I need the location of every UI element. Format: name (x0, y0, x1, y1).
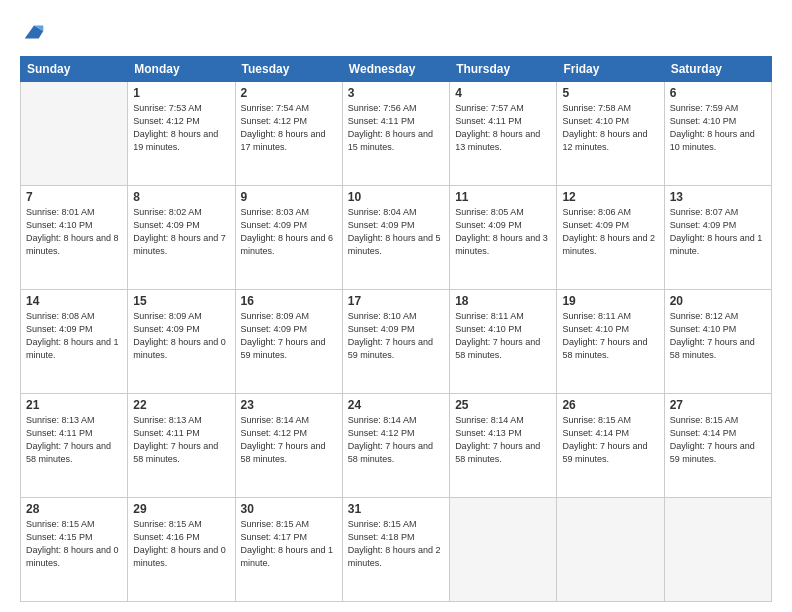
day-number: 8 (133, 190, 229, 204)
calendar-week-4: 21Sunrise: 8:13 AMSunset: 4:11 PMDayligh… (21, 394, 772, 498)
weekday-header-wednesday: Wednesday (342, 57, 449, 82)
day-number: 26 (562, 398, 658, 412)
calendar-cell: 12Sunrise: 8:06 AMSunset: 4:09 PMDayligh… (557, 186, 664, 290)
calendar-cell: 20Sunrise: 8:12 AMSunset: 4:10 PMDayligh… (664, 290, 771, 394)
weekday-header-monday: Monday (128, 57, 235, 82)
day-info: Sunrise: 8:05 AMSunset: 4:09 PMDaylight:… (455, 206, 551, 258)
calendar-cell: 31Sunrise: 8:15 AMSunset: 4:18 PMDayligh… (342, 498, 449, 602)
day-number: 12 (562, 190, 658, 204)
day-info: Sunrise: 8:07 AMSunset: 4:09 PMDaylight:… (670, 206, 766, 258)
day-number: 13 (670, 190, 766, 204)
day-info: Sunrise: 8:15 AMSunset: 4:17 PMDaylight:… (241, 518, 337, 570)
day-info: Sunrise: 7:56 AMSunset: 4:11 PMDaylight:… (348, 102, 444, 154)
calendar-cell: 21Sunrise: 8:13 AMSunset: 4:11 PMDayligh… (21, 394, 128, 498)
calendar-cell: 9Sunrise: 8:03 AMSunset: 4:09 PMDaylight… (235, 186, 342, 290)
calendar-cell: 6Sunrise: 7:59 AMSunset: 4:10 PMDaylight… (664, 82, 771, 186)
day-info: Sunrise: 8:14 AMSunset: 4:12 PMDaylight:… (241, 414, 337, 466)
calendar-cell (557, 498, 664, 602)
weekday-header-thursday: Thursday (450, 57, 557, 82)
day-number: 16 (241, 294, 337, 308)
day-number: 9 (241, 190, 337, 204)
day-number: 24 (348, 398, 444, 412)
day-number: 3 (348, 86, 444, 100)
calendar-cell: 15Sunrise: 8:09 AMSunset: 4:09 PMDayligh… (128, 290, 235, 394)
weekday-header-row: SundayMondayTuesdayWednesdayThursdayFrid… (21, 57, 772, 82)
day-info: Sunrise: 8:15 AMSunset: 4:18 PMDaylight:… (348, 518, 444, 570)
calendar-cell: 27Sunrise: 8:15 AMSunset: 4:14 PMDayligh… (664, 394, 771, 498)
day-info: Sunrise: 8:13 AMSunset: 4:11 PMDaylight:… (26, 414, 122, 466)
day-info: Sunrise: 8:11 AMSunset: 4:10 PMDaylight:… (455, 310, 551, 362)
day-info: Sunrise: 7:59 AMSunset: 4:10 PMDaylight:… (670, 102, 766, 154)
header (20, 18, 772, 46)
weekday-header-saturday: Saturday (664, 57, 771, 82)
calendar-cell: 11Sunrise: 8:05 AMSunset: 4:09 PMDayligh… (450, 186, 557, 290)
calendar-cell: 10Sunrise: 8:04 AMSunset: 4:09 PMDayligh… (342, 186, 449, 290)
day-number: 11 (455, 190, 551, 204)
day-number: 30 (241, 502, 337, 516)
calendar-week-1: 1Sunrise: 7:53 AMSunset: 4:12 PMDaylight… (21, 82, 772, 186)
calendar-week-2: 7Sunrise: 8:01 AMSunset: 4:10 PMDaylight… (21, 186, 772, 290)
day-info: Sunrise: 8:12 AMSunset: 4:10 PMDaylight:… (670, 310, 766, 362)
weekday-header-tuesday: Tuesday (235, 57, 342, 82)
day-info: Sunrise: 7:53 AMSunset: 4:12 PMDaylight:… (133, 102, 229, 154)
day-number: 4 (455, 86, 551, 100)
day-info: Sunrise: 8:09 AMSunset: 4:09 PMDaylight:… (133, 310, 229, 362)
day-info: Sunrise: 8:14 AMSunset: 4:12 PMDaylight:… (348, 414, 444, 466)
calendar-cell: 25Sunrise: 8:14 AMSunset: 4:13 PMDayligh… (450, 394, 557, 498)
day-info: Sunrise: 8:15 AMSunset: 4:15 PMDaylight:… (26, 518, 122, 570)
day-number: 18 (455, 294, 551, 308)
calendar-cell: 4Sunrise: 7:57 AMSunset: 4:11 PMDaylight… (450, 82, 557, 186)
day-info: Sunrise: 8:15 AMSunset: 4:14 PMDaylight:… (562, 414, 658, 466)
day-number: 20 (670, 294, 766, 308)
calendar-cell: 16Sunrise: 8:09 AMSunset: 4:09 PMDayligh… (235, 290, 342, 394)
calendar-cell: 1Sunrise: 7:53 AMSunset: 4:12 PMDaylight… (128, 82, 235, 186)
day-number: 19 (562, 294, 658, 308)
day-number: 6 (670, 86, 766, 100)
calendar-cell: 5Sunrise: 7:58 AMSunset: 4:10 PMDaylight… (557, 82, 664, 186)
day-number: 15 (133, 294, 229, 308)
calendar-cell (664, 498, 771, 602)
calendar-cell: 24Sunrise: 8:14 AMSunset: 4:12 PMDayligh… (342, 394, 449, 498)
day-info: Sunrise: 8:06 AMSunset: 4:09 PMDaylight:… (562, 206, 658, 258)
day-info: Sunrise: 8:11 AMSunset: 4:10 PMDaylight:… (562, 310, 658, 362)
day-info: Sunrise: 8:09 AMSunset: 4:09 PMDaylight:… (241, 310, 337, 362)
calendar-cell: 14Sunrise: 8:08 AMSunset: 4:09 PMDayligh… (21, 290, 128, 394)
day-number: 22 (133, 398, 229, 412)
calendar-cell: 23Sunrise: 8:14 AMSunset: 4:12 PMDayligh… (235, 394, 342, 498)
day-info: Sunrise: 8:10 AMSunset: 4:09 PMDaylight:… (348, 310, 444, 362)
calendar-cell: 2Sunrise: 7:54 AMSunset: 4:12 PMDaylight… (235, 82, 342, 186)
day-number: 31 (348, 502, 444, 516)
calendar-cell: 18Sunrise: 8:11 AMSunset: 4:10 PMDayligh… (450, 290, 557, 394)
calendar-week-5: 28Sunrise: 8:15 AMSunset: 4:15 PMDayligh… (21, 498, 772, 602)
calendar-cell: 26Sunrise: 8:15 AMSunset: 4:14 PMDayligh… (557, 394, 664, 498)
day-info: Sunrise: 8:04 AMSunset: 4:09 PMDaylight:… (348, 206, 444, 258)
day-info: Sunrise: 8:15 AMSunset: 4:14 PMDaylight:… (670, 414, 766, 466)
page: SundayMondayTuesdayWednesdayThursdayFrid… (0, 0, 792, 612)
day-number: 10 (348, 190, 444, 204)
calendar-cell (450, 498, 557, 602)
day-number: 2 (241, 86, 337, 100)
day-number: 21 (26, 398, 122, 412)
day-number: 1 (133, 86, 229, 100)
day-info: Sunrise: 7:57 AMSunset: 4:11 PMDaylight:… (455, 102, 551, 154)
day-number: 27 (670, 398, 766, 412)
day-number: 7 (26, 190, 122, 204)
day-number: 23 (241, 398, 337, 412)
logo-icon (20, 18, 48, 46)
logo (20, 18, 52, 46)
day-number: 28 (26, 502, 122, 516)
calendar-table: SundayMondayTuesdayWednesdayThursdayFrid… (20, 56, 772, 602)
calendar-cell: 17Sunrise: 8:10 AMSunset: 4:09 PMDayligh… (342, 290, 449, 394)
day-info: Sunrise: 7:54 AMSunset: 4:12 PMDaylight:… (241, 102, 337, 154)
calendar-cell: 19Sunrise: 8:11 AMSunset: 4:10 PMDayligh… (557, 290, 664, 394)
day-info: Sunrise: 8:14 AMSunset: 4:13 PMDaylight:… (455, 414, 551, 466)
weekday-header-sunday: Sunday (21, 57, 128, 82)
calendar-cell: 28Sunrise: 8:15 AMSunset: 4:15 PMDayligh… (21, 498, 128, 602)
day-info: Sunrise: 8:08 AMSunset: 4:09 PMDaylight:… (26, 310, 122, 362)
weekday-header-friday: Friday (557, 57, 664, 82)
day-info: Sunrise: 8:02 AMSunset: 4:09 PMDaylight:… (133, 206, 229, 258)
day-info: Sunrise: 8:15 AMSunset: 4:16 PMDaylight:… (133, 518, 229, 570)
day-info: Sunrise: 7:58 AMSunset: 4:10 PMDaylight:… (562, 102, 658, 154)
day-number: 5 (562, 86, 658, 100)
day-info: Sunrise: 8:01 AMSunset: 4:10 PMDaylight:… (26, 206, 122, 258)
